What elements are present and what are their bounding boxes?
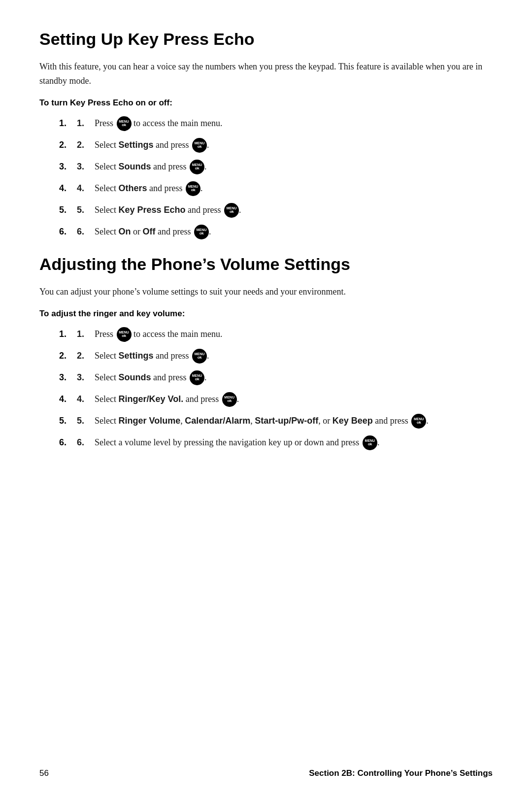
s2-step3-number: 3. bbox=[77, 371, 95, 385]
section2-title: Adjusting the Phone’s Volume Settings bbox=[39, 255, 493, 274]
step2-number: 2. bbox=[77, 138, 95, 152]
section2-step-3: 3. Select Sounds and press MENUok. bbox=[59, 371, 493, 386]
menu-button-icon: MENUok bbox=[186, 181, 200, 196]
menu-button-icon: MENUok bbox=[224, 203, 239, 218]
section2-step-4: 4. Select Ringer/Key Vol. and press MENU… bbox=[59, 393, 493, 407]
section2-intro: You can adjust your phone’s volume setti… bbox=[39, 285, 493, 299]
step4-number: 4. bbox=[77, 182, 95, 196]
s2-step1-number: 1. bbox=[77, 328, 95, 341]
step6-bold1: On bbox=[118, 227, 131, 236]
menu-button-icon: MENUok bbox=[190, 160, 204, 174]
section1-title: Setting Up Key Press Echo bbox=[39, 30, 493, 49]
s2-step3-content: Select Sounds and press MENUok. bbox=[95, 371, 493, 386]
section1-step-4: 4. Select Others and press MENUok. bbox=[59, 182, 493, 197]
menu-button-icon: MENUok bbox=[363, 435, 377, 450]
page-content: Setting Up Key Press Echo With this feat… bbox=[0, 0, 532, 515]
section1-steps: 1. Press MENUok to access the main menu.… bbox=[59, 117, 493, 240]
section2-step-5: 5. Select Ringer Volume, Calendar/Alarm,… bbox=[59, 414, 493, 429]
footer-section-title: Section 2B: Controlling Your Phone’s Set… bbox=[309, 768, 493, 778]
step1-content: Press MENUok to access the main menu. bbox=[95, 117, 493, 132]
menu-button-icon: MENUok bbox=[192, 349, 207, 364]
s2-step2-number: 2. bbox=[77, 349, 95, 363]
step4-content: Select Others and press MENUok. bbox=[95, 182, 493, 197]
step6-content: Select On or Off and press MENUok. bbox=[95, 225, 493, 240]
s2-step2-bold: Settings bbox=[118, 351, 153, 361]
s2-step5-bold1: Ringer Volume bbox=[118, 416, 180, 426]
step2-bold: Settings bbox=[118, 140, 153, 150]
step4-bold: Others bbox=[118, 183, 147, 193]
section2-subsection-label: To adjust the ringer and key volume: bbox=[39, 309, 493, 319]
section-volume-settings: Adjusting the Phone’s Volume Settings Yo… bbox=[39, 255, 493, 451]
step3-number: 3. bbox=[77, 160, 95, 174]
menu-button-icon: MENUok bbox=[194, 225, 209, 239]
footer-page-number: 56 bbox=[39, 768, 49, 778]
section-key-press-echo: Setting Up Key Press Echo With this feat… bbox=[39, 30, 493, 240]
s2-step1-content: Press MENUok to access the main menu. bbox=[95, 328, 493, 342]
section1-step-3: 3. Select Sounds and press MENUok. bbox=[59, 160, 493, 175]
section2-step-6: 6. Select a volume level by pressing the… bbox=[59, 436, 493, 451]
section1-step-1: 1. Press MENUok to access the main menu. bbox=[59, 117, 493, 132]
step5-bold: Key Press Echo bbox=[118, 205, 185, 215]
step1-number: 1. bbox=[77, 117, 95, 131]
section2-steps: 1. Press MENUok to access the main menu.… bbox=[59, 328, 493, 451]
s2-step5-content: Select Ringer Volume, Calendar/Alarm, St… bbox=[95, 414, 493, 429]
s2-step3-bold: Sounds bbox=[118, 372, 151, 382]
menu-button-icon: MENUok bbox=[222, 392, 237, 407]
menu-button-icon: MENUok bbox=[117, 327, 132, 342]
menu-button-icon: MENUok bbox=[190, 370, 204, 385]
menu-button-icon: MENUok bbox=[192, 138, 207, 153]
section2-step-1: 1. Press MENUok to access the main menu. bbox=[59, 328, 493, 342]
s2-step5-number: 5. bbox=[77, 414, 95, 428]
s2-step5-bold4: Key Beep bbox=[332, 416, 373, 426]
section1-step-5: 5. Select Key Press Echo and press MENUo… bbox=[59, 203, 493, 218]
page-footer: 56 Section 2B: Controlling Your Phone’s … bbox=[39, 768, 493, 778]
section1-intro: With this feature, you can hear a voice … bbox=[39, 60, 493, 88]
step3-bold: Sounds bbox=[118, 162, 151, 171]
step5-content: Select Key Press Echo and press MENUok. bbox=[95, 203, 493, 218]
step2-content: Select Settings and press MENUok. bbox=[95, 138, 493, 153]
s2-step5-bold3: Start-up/Pw-off bbox=[255, 416, 318, 426]
s2-step4-number: 4. bbox=[77, 393, 95, 406]
section2-step-2: 2. Select Settings and press MENUok. bbox=[59, 349, 493, 364]
section1-step-2: 2. Select Settings and press MENUok. bbox=[59, 138, 493, 153]
step5-number: 5. bbox=[77, 203, 95, 217]
section1-step-6: 6. Select On or Off and press MENUok. bbox=[59, 225, 493, 240]
s2-step4-content: Select Ringer/Key Vol. and press MENUok. bbox=[95, 393, 493, 407]
s2-step2-content: Select Settings and press MENUok. bbox=[95, 349, 493, 364]
menu-button-icon: MENUok bbox=[411, 414, 426, 429]
s2-step5-bold2: Calendar/Alarm bbox=[185, 416, 250, 426]
s2-step4-bold: Ringer/Key Vol. bbox=[118, 394, 183, 404]
s2-step6-number: 6. bbox=[77, 436, 95, 450]
step6-number: 6. bbox=[77, 225, 95, 239]
step6-bold2: Off bbox=[142, 227, 155, 236]
menu-button-icon: MENUok bbox=[117, 116, 132, 131]
step3-content: Select Sounds and press MENUok. bbox=[95, 160, 493, 175]
section1-subsection-label: To turn Key Press Echo on or off: bbox=[39, 98, 493, 108]
s2-step6-content: Select a volume level by pressing the na… bbox=[95, 436, 493, 451]
